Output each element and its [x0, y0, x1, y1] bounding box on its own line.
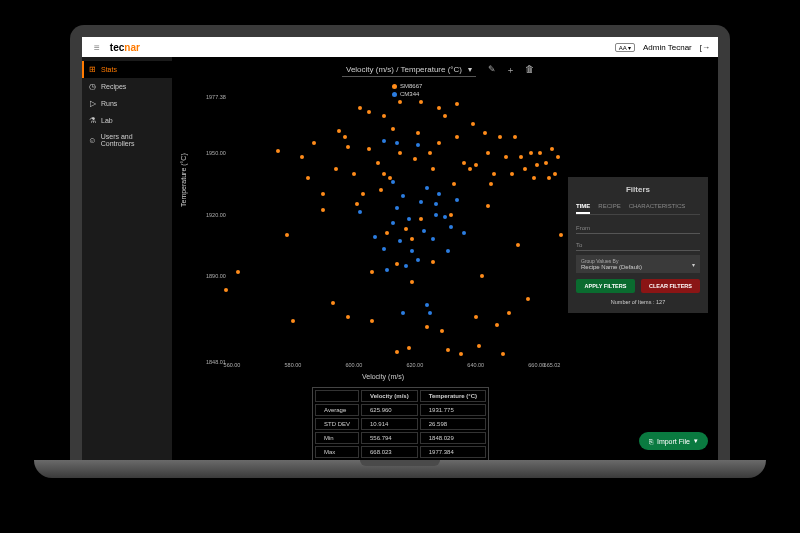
data-point [483, 131, 487, 135]
data-point [459, 352, 463, 356]
data-point [489, 182, 493, 186]
y-axis-label: Temperature (°C) [180, 153, 187, 207]
data-point [367, 147, 371, 151]
menu-icon[interactable]: ≡ [90, 42, 104, 53]
data-point [437, 192, 441, 196]
sidebar-item-stats[interactable]: ⊞Stats [82, 61, 172, 78]
data-point [382, 247, 386, 251]
data-point [343, 135, 347, 139]
data-point [425, 186, 429, 190]
x-axis-label: Velocity (m/s) [362, 373, 404, 380]
from-field[interactable]: From [576, 221, 700, 234]
y-tick: 1920.00 [206, 212, 226, 218]
stats-row: Max668.0231977.384 [315, 446, 486, 458]
data-point [455, 198, 459, 202]
edit-icon[interactable]: ✎ [488, 64, 496, 77]
data-point [434, 213, 438, 217]
data-point [431, 167, 435, 171]
x-tick: 580.00 [285, 362, 302, 368]
title-bar: ≡ tecnar AA ▾ Admin Tecnar [→ [82, 37, 718, 57]
group-by-dropdown[interactable]: Group Values By Recipe Name (Default) ▾ [576, 255, 700, 273]
sidebar-item-recipes[interactable]: ◷Recipes [82, 78, 172, 95]
data-point [416, 131, 420, 135]
data-point [407, 217, 411, 221]
data-point [224, 288, 228, 292]
stats-col: Temperature (°C) [420, 390, 486, 402]
data-point [431, 237, 435, 241]
stats-row: Min556.7941848.029 [315, 432, 486, 444]
x-tick: 660.00 [528, 362, 545, 368]
delete-icon[interactable]: 🗑 [525, 64, 534, 77]
data-point [492, 172, 496, 176]
data-point [550, 147, 554, 151]
data-point [395, 206, 399, 210]
data-point [507, 311, 511, 315]
apply-filters-button[interactable]: APPLY FILTERS [576, 279, 635, 293]
x-tick: 640.00 [467, 362, 484, 368]
data-point [395, 262, 399, 266]
sidebar-item-users-and-controllers[interactable]: ☺Users and Controllers [82, 129, 172, 151]
chart-selector-label: Velocity (m/s) / Temperature (°C) [346, 65, 462, 74]
sidebar-item-label: Recipes [101, 83, 126, 90]
filters-title: Filters [576, 185, 700, 194]
data-point [355, 202, 359, 206]
data-point [486, 204, 490, 208]
data-point [443, 114, 447, 118]
stats-table: Velocity (m/s)Temperature (°C)Average625… [312, 387, 489, 461]
data-point [398, 151, 402, 155]
data-point [385, 268, 389, 272]
data-point [501, 352, 505, 356]
data-point [391, 180, 395, 184]
sidebar-item-lab[interactable]: ⚗Lab [82, 112, 172, 129]
filter-tab-time[interactable]: TIME [576, 200, 590, 214]
data-point [455, 102, 459, 106]
data-point [553, 172, 557, 176]
data-point [477, 344, 481, 348]
clear-filters-button[interactable]: CLEAR FILTERS [641, 279, 700, 293]
data-point [504, 155, 508, 159]
data-point [513, 135, 517, 139]
filter-tab-recipe[interactable]: RECIPE [598, 200, 620, 214]
data-point [373, 235, 377, 239]
x-tick: 620.00 [406, 362, 423, 368]
data-point [410, 249, 414, 253]
data-point [401, 311, 405, 315]
data-point [425, 303, 429, 307]
data-point [321, 208, 325, 212]
add-icon[interactable]: ＋ [506, 64, 515, 77]
data-point [544, 161, 548, 165]
data-point [446, 249, 450, 253]
app-screen: ≡ tecnar AA ▾ Admin Tecnar [→ ⊞Stats◷Rec… [82, 37, 718, 460]
main-area: Velocity (m/s) / Temperature (°C) ▾ ✎ ＋ … [172, 57, 718, 460]
data-point [331, 301, 335, 305]
x-tick: 665.02 [544, 362, 561, 368]
data-point [300, 155, 304, 159]
data-point [559, 233, 563, 237]
data-point [321, 192, 325, 196]
data-point [437, 141, 441, 145]
data-point [480, 274, 484, 278]
lang-selector[interactable]: AA ▾ [615, 43, 635, 52]
data-point [416, 258, 420, 262]
users and controllers-icon: ☺ [88, 136, 97, 145]
stats-row: STD DEV10.91426.598 [315, 418, 486, 430]
filter-tab-characteristics[interactable]: CHARACTERISTICS [629, 200, 686, 214]
data-point [312, 141, 316, 145]
filters-panel: Filters TIMERECIPECHARACTERISTICS From T… [568, 177, 708, 313]
data-point [474, 315, 478, 319]
data-point [425, 325, 429, 329]
import-file-button[interactable]: ⎘ Import File ▾ [639, 432, 708, 450]
data-point [346, 145, 350, 149]
legend-dot [392, 92, 397, 97]
data-point [401, 194, 405, 198]
data-point [428, 151, 432, 155]
data-point [452, 182, 456, 186]
chart-selector-dropdown[interactable]: Velocity (m/s) / Temperature (°C) ▾ [342, 63, 476, 77]
sidebar: ⊞Stats◷Recipes▷Runs⚗Lab☺Users and Contro… [82, 57, 172, 460]
sidebar-item-runs[interactable]: ▷Runs [82, 95, 172, 112]
data-point [382, 139, 386, 143]
logout-icon[interactable]: [→ [700, 43, 710, 52]
data-point [516, 243, 520, 247]
items-count: Number of Items : 127 [576, 299, 700, 305]
to-field[interactable]: To [576, 238, 700, 251]
